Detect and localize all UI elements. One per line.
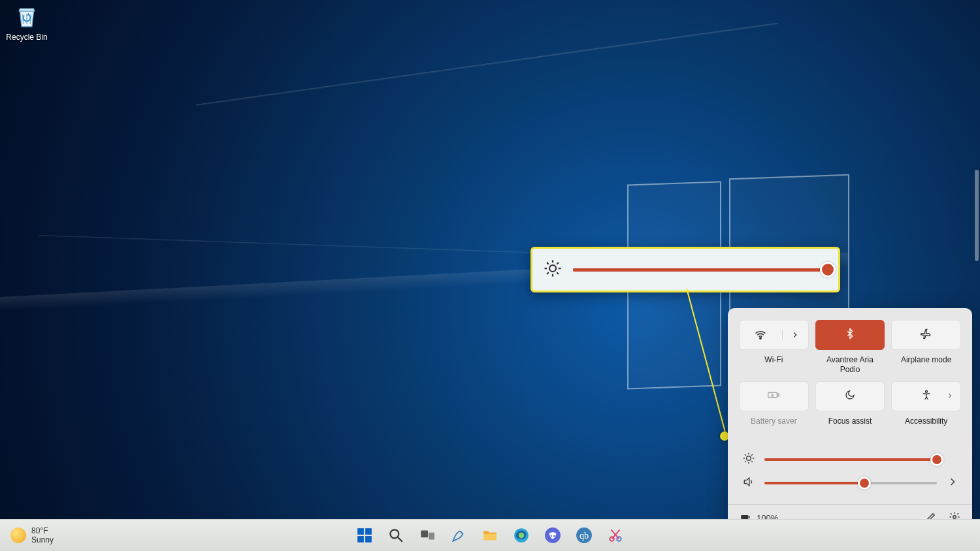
snipping-tool-button[interactable] xyxy=(604,524,627,546)
focus-assist-icon xyxy=(844,389,856,403)
svg-rect-9 xyxy=(357,528,364,535)
svg-rect-15 xyxy=(429,533,434,540)
recycle-bin[interactable]: Recycle Bin xyxy=(4,3,50,42)
volume-slider[interactable] xyxy=(764,482,937,484)
recycle-bin-icon xyxy=(13,3,41,30)
start-button[interactable] xyxy=(353,524,376,546)
volume-output-expand[interactable] xyxy=(946,475,958,491)
quick-settings-panel: Wi-Fi Avantree Aria Podio Airplane m xyxy=(728,308,972,531)
volume-row xyxy=(740,471,960,495)
svg-point-17 xyxy=(519,533,525,539)
brightness-slider[interactable] xyxy=(764,458,937,461)
recycle-bin-label: Recycle Bin xyxy=(4,33,50,42)
taskbar: 80°F Sunny xyxy=(0,519,980,551)
chevron-right-icon xyxy=(946,392,954,401)
brightness-icon xyxy=(742,452,755,467)
annotation-line xyxy=(686,288,727,435)
wifi-icon xyxy=(740,328,782,341)
accessibility-label: Accessibility xyxy=(905,417,947,436)
desktop[interactable]: Recycle Bin xyxy=(0,0,980,551)
svg-rect-10 xyxy=(365,528,372,535)
callout-brightness-slider[interactable] xyxy=(573,268,828,272)
battery-saver-label: Battery saver xyxy=(751,417,797,436)
brightness-row xyxy=(740,448,960,471)
svg-point-5 xyxy=(747,456,751,461)
focus-assist-label: Focus assist xyxy=(828,417,872,436)
edge-browser-button[interactable] xyxy=(510,524,532,546)
wifi-toggle[interactable] xyxy=(739,320,809,350)
bluetooth-toggle[interactable] xyxy=(815,320,885,350)
wifi-expand[interactable] xyxy=(782,330,808,339)
task-view-button[interactable] xyxy=(416,524,438,546)
callout-brightness-zoom xyxy=(531,247,840,292)
svg-text:qb: qb xyxy=(580,530,589,541)
file-explorer-button[interactable] xyxy=(479,524,501,546)
bluetooth-label: Avantree Aria Podio xyxy=(816,355,885,375)
battery-saver-toggle xyxy=(739,381,809,411)
weather-condition: Sunny xyxy=(31,535,54,544)
svg-rect-12 xyxy=(365,536,372,543)
discord-button[interactable] xyxy=(542,524,564,546)
svg-point-8 xyxy=(953,516,956,519)
scrollbar-thumb[interactable] xyxy=(975,170,979,261)
qbittorrent-button[interactable]: qb xyxy=(573,524,595,546)
svg-rect-3 xyxy=(778,394,779,396)
airplane-mode-label: Airplane mode xyxy=(901,355,951,375)
svg-rect-11 xyxy=(357,536,364,543)
bluetooth-icon xyxy=(844,328,856,342)
volume-icon xyxy=(742,475,755,491)
weather-temperature: 80°F xyxy=(31,526,54,535)
wifi-label: Wi-Fi xyxy=(764,355,783,375)
app-krita[interactable] xyxy=(448,524,470,546)
accessibility-icon xyxy=(921,389,932,403)
weather-widget[interactable]: 80°F Sunny xyxy=(10,526,54,544)
svg-point-4 xyxy=(925,390,927,392)
svg-point-19 xyxy=(551,535,553,537)
accessibility-toggle[interactable] xyxy=(891,381,961,411)
svg-rect-7 xyxy=(749,516,750,518)
focus-assist-toggle[interactable] xyxy=(815,381,885,411)
svg-point-1 xyxy=(760,338,761,339)
weather-icon xyxy=(10,527,26,543)
svg-point-0 xyxy=(549,265,556,272)
airplane-mode-toggle[interactable] xyxy=(891,320,961,350)
battery-saver-icon xyxy=(766,388,781,405)
svg-point-13 xyxy=(390,529,399,538)
search-button[interactable] xyxy=(385,524,407,546)
airplane-icon xyxy=(920,327,933,343)
brightness-icon xyxy=(543,259,563,281)
svg-point-20 xyxy=(553,535,555,537)
svg-rect-14 xyxy=(421,530,428,537)
